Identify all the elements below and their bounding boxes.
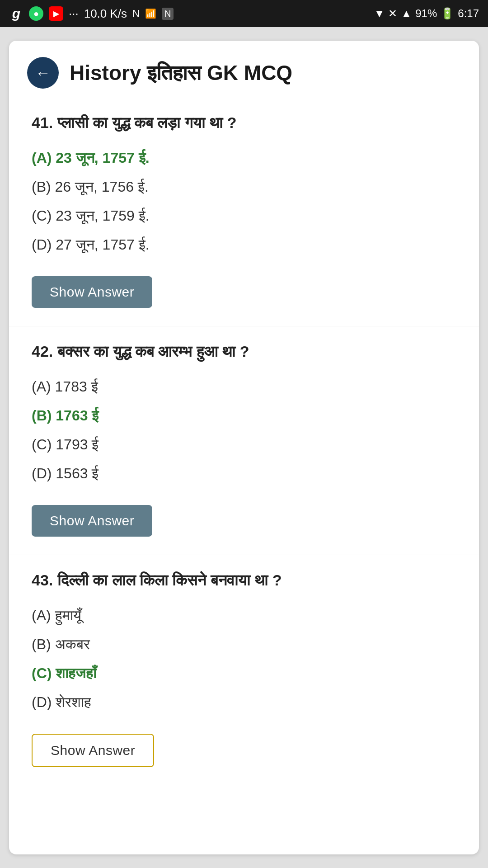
x-icon: ✕: [388, 7, 397, 20]
question-43-text: 43. दिल्ली का लाल किला किसने बनवाया था ?: [32, 569, 456, 592]
question-41-option-d: (D) 27 जून, 1757 ई.: [32, 234, 456, 255]
question-43-option-c: (C) शाहजहाँ: [32, 662, 456, 684]
question-41-option-b: (B) 26 जून, 1756 ई.: [32, 176, 456, 198]
network-icon: N: [132, 8, 140, 19]
question-43-option-a: (A) हुमायूँ: [32, 604, 456, 626]
wifi-icon: ▼: [374, 7, 385, 20]
question-42-option-c: (C) 1793 ई: [32, 434, 456, 455]
question-43-option-d: (D) शेरशाह: [32, 691, 456, 713]
question-41-option-a: (A) 23 जून, 1757 ई.: [32, 147, 456, 169]
volte-badge: N: [162, 8, 174, 20]
signal-bars-icon: ▲: [401, 7, 412, 20]
question-42-option-b: (B) 1763 ई: [32, 405, 456, 426]
status-left-icons: g ● ▶ ··· 10.0 K/s N 📶 N: [9, 6, 174, 21]
status-right-icons: ▼ ✕ ▲ 91% 🔋 6:17: [374, 7, 479, 20]
clock: 6:17: [458, 7, 479, 20]
question-42-option-d: (D) 1563 ई: [32, 462, 456, 484]
app-header: ← History इतिहास GK MCQ: [9, 41, 479, 102]
page-title: History इतिहास GK MCQ: [70, 61, 292, 85]
youtube-icon: ▶: [49, 6, 63, 21]
dots-icon: ···: [69, 7, 79, 21]
show-answer-button-41[interactable]: Show Answer: [32, 276, 152, 308]
main-card: ← History इतिहास GK MCQ 41. प्लासी का यु…: [9, 41, 479, 854]
battery-level: 91%: [415, 7, 437, 20]
question-41-option-c: (C) 23 जून, 1759 ई.: [32, 205, 456, 226]
question-block-43: 43. दिल्ली का लाल किला किसने बनवाया था ?…: [9, 560, 479, 785]
question-41-text: 41. प्लासी का युद्ध कब लड़ा गया था ?: [32, 111, 456, 134]
battery-icon: 🔋: [441, 7, 454, 20]
back-button[interactable]: ←: [27, 57, 59, 89]
question-43-option-b: (B) अकबर: [32, 633, 456, 655]
question-42-option-a: (A) 1783 ई: [32, 376, 456, 397]
sim-icon: 📶: [145, 8, 156, 19]
back-arrow-icon: ←: [35, 65, 51, 80]
show-answer-button-42[interactable]: Show Answer: [32, 505, 152, 537]
question-block-41: 41. प्लासी का युद्ध कब लड़ा गया था ? (A)…: [9, 102, 479, 326]
status-bar: g ● ▶ ··· 10.0 K/s N 📶 N ▼ ✕ ▲ 91% 🔋 6:1…: [0, 0, 488, 27]
question-block-42: 42. बक्सर का युद्ध कब आरम्भ हुआ था ? (A)…: [9, 331, 479, 555]
question-42-text: 42. बक्सर का युद्ध कब आरम्भ हुआ था ?: [32, 340, 456, 363]
speed-indicator: 10.0 K/s: [84, 7, 127, 21]
whatsapp-icon: ●: [29, 6, 43, 21]
show-answer-button-43[interactable]: Show Answer: [32, 734, 154, 767]
g-icon: g: [9, 6, 23, 21]
